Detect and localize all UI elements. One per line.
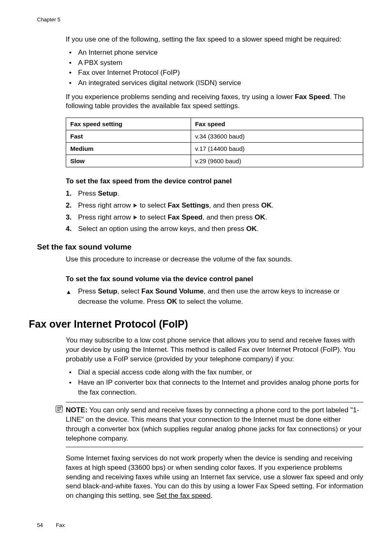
text: Press right arrow [78, 201, 133, 209]
table-row: Fast v.34 (33600 baud) [66, 130, 363, 143]
list-item: An integrated services digital network (… [66, 78, 363, 88]
list-item: Have an IP converter box that connects t… [66, 378, 363, 398]
heading-foip: Fax over Internet Protocol (FoIP) [29, 318, 363, 330]
table-cell: Slow [66, 155, 191, 167]
note-label: NOTE: [66, 406, 88, 414]
bold-text: OK [261, 201, 272, 209]
link-set-fax-speed[interactable]: Set the fax speed [156, 492, 210, 499]
text: . [272, 201, 274, 209]
foip-paragraph-2: Some Internet faxing services do not wor… [66, 454, 363, 501]
heading-sound-volume: Set the fax sound volume [37, 243, 363, 252]
text: If you experience problems sending and r… [66, 93, 295, 101]
step-list-2: ▲ Press Setup, select Fax Sound Volume, … [66, 287, 363, 307]
text: to select [138, 201, 168, 209]
list-item: A PBX system [66, 58, 363, 68]
procedure-title-2: To set the fax sound volume via the devi… [66, 275, 363, 283]
text: Select an option using the arrow keys, a… [78, 225, 246, 233]
step-item: 2. Press right arrow to select Fax Setti… [66, 201, 363, 211]
step-number: 4. [66, 224, 71, 234]
step-item: ▲ Press Setup, select Fax Sound Volume, … [66, 287, 363, 307]
sound-intro: Use this procedure to increase or decrea… [66, 255, 363, 264]
table-cell: Medium [66, 143, 191, 155]
bold-text: OK [166, 298, 177, 305]
text: Some Internet faxing services do not wor… [66, 454, 363, 500]
bold-text: Setup [98, 287, 117, 295]
page-number: 54 [37, 522, 43, 528]
text: . [265, 213, 267, 221]
bold-text: Fax Speed [168, 213, 203, 221]
table-cell: v.34 (33600 baud) [191, 130, 363, 143]
page-footer: 54 Fax [37, 522, 65, 528]
bold-text: OK [246, 225, 257, 233]
svg-marker-1 [134, 215, 137, 220]
step-number: 3. [66, 213, 71, 223]
bullet-list-1: An Internet phone service A PBX system F… [66, 48, 363, 88]
right-arrow-icon [133, 203, 138, 208]
text: Press [78, 189, 98, 197]
text: , select [117, 287, 141, 295]
list-item: Fax over Internet Protocol (FoIP) [66, 68, 363, 78]
foip-bullet-list: Dial a special access code along with th… [66, 367, 363, 398]
chapter-header: Chapter 5 [37, 16, 363, 23]
step-number: 1. [66, 189, 71, 199]
table-cell: v.17 (14400 baud) [191, 143, 363, 155]
step-item: 3. Press right arrow to select Fax Speed… [66, 213, 363, 223]
text: Press right arrow [78, 213, 133, 221]
table-cell: Fast [66, 130, 191, 143]
svg-marker-0 [134, 203, 137, 208]
foip-paragraph-1: You may subscribe to a low cost phone se… [66, 336, 363, 364]
text: You can only send and receive faxes by c… [66, 406, 362, 442]
text: . [117, 189, 119, 197]
step-number: 2. [66, 201, 71, 211]
step-list-1: 1. Press Setup. 2. Press right arrow to … [66, 189, 363, 234]
fax-speed-table: Fax speed setting Fax speed Fast v.34 (3… [66, 118, 363, 167]
right-arrow-icon [133, 215, 138, 220]
bold-text: Setup [98, 189, 117, 197]
bold-text: Fax Speed [295, 93, 330, 101]
text: , and then press [203, 213, 255, 221]
page: Chapter 5 If you use one of the followin… [0, 0, 392, 543]
text: . [257, 225, 259, 233]
note-text: NOTE: You can only send and receive faxe… [66, 406, 363, 444]
paragraph-2: If you experience problems sending and r… [66, 92, 363, 111]
table-row: Slow v.29 (9600 baud) [66, 155, 363, 167]
bold-text: Fax Sound Volume [141, 287, 204, 295]
intro-paragraph: If you use one of the following, setting… [66, 35, 363, 44]
text: Press [78, 287, 98, 295]
table-cell: v.29 (9600 baud) [191, 155, 363, 167]
table-header: Fax speed [191, 118, 363, 130]
list-item: Dial a special access code along with th… [66, 367, 363, 378]
text: . [211, 492, 213, 499]
list-item: An Internet phone service [66, 48, 363, 58]
bold-text: Fax Settings [168, 201, 209, 209]
note-box: NOTE: You can only send and receive faxe… [66, 402, 363, 447]
triangle-bullet-icon: ▲ [66, 288, 71, 296]
text: to select the volume. [177, 298, 243, 305]
text: , and then press [209, 201, 261, 209]
content-area: If you use one of the following, setting… [66, 35, 363, 501]
table-row: Medium v.17 (14400 baud) [66, 143, 363, 155]
bold-text: OK [255, 213, 265, 221]
step-item: 4. Select an option using the arrow keys… [66, 224, 363, 234]
table-header: Fax speed setting [66, 118, 191, 130]
section-name: Fax [56, 522, 65, 528]
procedure-title-1: To set the fax speed from the device con… [66, 177, 363, 185]
note-icon [55, 405, 63, 415]
step-item: 1. Press Setup. [66, 189, 363, 199]
text: to select [138, 213, 168, 221]
